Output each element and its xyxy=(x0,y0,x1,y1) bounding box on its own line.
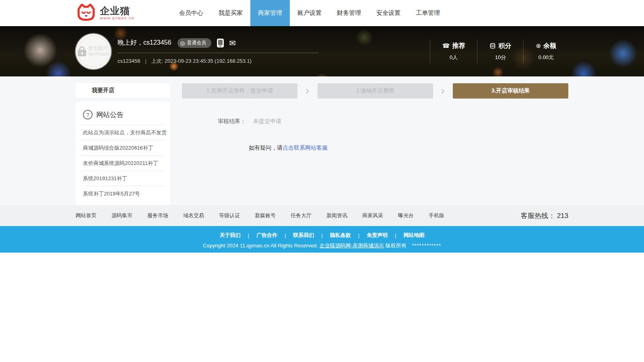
bottom-link-disclaimer[interactable]: 免责声明 xyxy=(367,232,388,239)
copyright-site-link[interactable]: 企业猫源码网-亲测商城演示 xyxy=(319,243,384,249)
copyright-suffix: 版权所有 xyxy=(384,243,407,249)
nav-item-member-center[interactable]: 会员中心 xyxy=(171,0,211,26)
copyright-text: Copyright 2024 11.qymao.cn All Rights Re… xyxy=(203,243,320,249)
step-arrow-icon: › xyxy=(305,85,310,97)
avatar-placeholder-en: No Picture xyxy=(88,51,109,57)
bottom-bar: 关于我们 | 广告合作 | 联系我们 | 隐私条款 | 免责声明 | 网站地图 … xyxy=(0,226,644,253)
coin-balance-icon: ⊕ xyxy=(536,42,541,49)
notice-item[interactable]: 友价商城系统源码20220211补丁 xyxy=(81,156,164,171)
page: 企业猫 WWW.QYMAO.CN 会员中心 我是买家 商家管理 账户设置 财务管… xyxy=(0,0,644,362)
separator: | xyxy=(321,232,322,239)
notice-card: ? 网站公告 此站点为演示站点，支付商品不发货 商城源码综合版20220616补… xyxy=(76,102,170,205)
medal-icon: ◎ xyxy=(180,40,185,46)
footer-link-domain-trade[interactable]: 域名交易 xyxy=(183,212,204,219)
user-banner: 暂无图片 No Picture 晚上好，cs123456 ◎ 普通会员 xyxy=(0,26,644,76)
notice-title: 网站公告 xyxy=(96,110,124,119)
envelope-icon: ✉ xyxy=(229,39,236,47)
service-hotline: 客服热线： 213 xyxy=(521,211,568,220)
sidebar-item-open-shop[interactable]: 我要开店 xyxy=(76,83,170,98)
member-level-label: 普通会员 xyxy=(187,39,206,46)
top-navbar: 企业猫 WWW.QYMAO.CN 会员中心 我是买家 商家管理 账户设置 财务管… xyxy=(0,0,644,26)
help-text: 如有疑问，请 xyxy=(249,144,283,151)
referral-phone-icon: ☎ xyxy=(442,42,450,49)
stat-points-value: 10分 xyxy=(489,54,511,61)
nav-item-buyer[interactable]: 我是买家 xyxy=(211,0,250,26)
footer-link-service-market[interactable]: 服务市场 xyxy=(147,212,168,219)
lock-icon xyxy=(78,46,86,56)
mobile-icon xyxy=(217,39,224,47)
stat-referrals-label: 推荐 xyxy=(452,42,465,50)
notice-item[interactable]: 此站点为演示站点，支付商品不发货 xyxy=(81,125,164,140)
step-1-submit-application: 1.完善开店资料，提交申请 xyxy=(182,83,297,99)
coins-icon xyxy=(489,43,496,49)
greeting-text: 晚上好，cs123456 xyxy=(118,39,171,47)
nav-item-account-settings[interactable]: 账户设置 xyxy=(290,0,329,26)
logo-url: WWW.QYMAO.CN xyxy=(100,17,134,20)
step-2-pay-fee: 2.缴纳开店费用 xyxy=(318,83,433,99)
divider: | xyxy=(145,58,146,64)
footer-link-mobile[interactable]: 手机版 xyxy=(429,212,444,219)
last-login-text: 上次: 2023-09-23 23:45:35 (192.168.253.1) xyxy=(151,58,252,65)
mobile-bind-button[interactable] xyxy=(217,39,224,47)
bottom-link-about[interactable]: 关于我们 xyxy=(220,232,241,239)
member-level-badge[interactable]: ◎ 普通会员 xyxy=(178,38,211,48)
stat-balance[interactable]: ⊕ 余额 0.00元 xyxy=(523,39,568,64)
separator: | xyxy=(248,232,249,239)
review-result-value: 未提交申请 xyxy=(253,118,281,124)
avatar[interactable]: 暂无图片 No Picture xyxy=(76,34,111,69)
footer-link-level-cert[interactable]: 等级认证 xyxy=(219,212,240,219)
logo-title: 企业猫 xyxy=(100,6,134,16)
avatar-placeholder-zh: 暂无图片 xyxy=(88,45,109,51)
footer-link-news[interactable]: 新闻资讯 xyxy=(326,212,347,219)
step-3-review-result-active[interactable]: 3.开店审核结果 xyxy=(453,83,568,99)
separator: | xyxy=(358,232,359,239)
separator: | xyxy=(285,232,286,239)
footer-link-home[interactable]: 网站首页 xyxy=(76,212,97,219)
footer-link-strip: 网站首页 源码集市 服务市场 域名交易 等级认证 新媒账号 任务大厅 新闻资讯 … xyxy=(0,205,644,226)
username-text: cs123456 xyxy=(118,58,140,64)
bottom-link-sitemap[interactable]: 网站地图 xyxy=(403,232,424,239)
bottom-link-contact[interactable]: 联系我们 xyxy=(293,232,314,239)
notice-item[interactable]: 系统补丁2019年5月27号 xyxy=(81,186,164,201)
footer-link-exposure[interactable]: 曝光台 xyxy=(398,212,414,219)
stat-points[interactable]: 积分 10分 xyxy=(477,39,523,64)
step-arrow-icon: › xyxy=(440,85,445,97)
help-row: 如有疑问，请点击联系网站客服 xyxy=(182,144,568,152)
footer-link-new-media[interactable]: 新媒账号 xyxy=(255,212,276,219)
stat-referrals[interactable]: ☎ 推荐 0人 xyxy=(430,39,477,64)
site-logo[interactable]: 企业猫 WWW.QYMAO.CN xyxy=(76,3,134,24)
sidebar-menu: 我要开店 xyxy=(76,83,170,98)
footer-links: 网站首页 源码集市 服务市场 域名交易 等级认证 新媒账号 任务大厅 新闻资讯 … xyxy=(76,212,444,219)
main-nav: 会员中心 我是买家 商家管理 账户设置 财务管理 安全设置 工单管理 xyxy=(171,0,448,26)
footer-link-merchant-style[interactable]: 商家风采 xyxy=(362,212,383,219)
bottom-link-ads[interactable]: 广告合作 xyxy=(256,232,277,239)
sidebar: 我要开店 ? 网站公告 此站点为演示站点，支付商品不发货 商城源码综合版2022… xyxy=(76,83,170,205)
copyright-line: Copyright 2024 11.qymao.cn All Rights Re… xyxy=(0,242,644,249)
open-shop-steps: 1.完善开店资料，提交申请 › 2.缴纳开店费用 › 3.开店审核结果 xyxy=(182,83,568,99)
copyright-stars: ************ xyxy=(412,243,441,249)
separator: | xyxy=(395,232,396,239)
nav-item-merchant-active[interactable]: 商家管理 xyxy=(250,0,290,26)
question-bubble-icon: ? xyxy=(83,110,93,119)
email-bind-button[interactable]: ✉ xyxy=(229,39,236,47)
bottom-bar-links: 关于我们 | 广告合作 | 联系我们 | 隐私条款 | 免责声明 | 网站地图 xyxy=(0,232,644,239)
stat-points-label: 积分 xyxy=(498,42,511,50)
nav-item-security[interactable]: 安全设置 xyxy=(369,0,408,26)
cat-logo-icon xyxy=(76,3,97,24)
footer-link-source-market[interactable]: 源码集市 xyxy=(111,212,132,219)
bottom-link-privacy[interactable]: 隐私条款 xyxy=(330,232,351,239)
notice-item[interactable]: 商城源码综合版20220616补丁 xyxy=(81,140,164,156)
main-area: 我要开店 ? 网站公告 此站点为演示站点，支付商品不发货 商城源码综合版2022… xyxy=(0,76,644,205)
user-stats: ☎ 推荐 0人 积分 xyxy=(430,39,568,64)
notice-list: 此站点为演示站点，支付商品不发货 商城源码综合版20220616补丁 友价商城系… xyxy=(81,125,164,201)
stat-balance-label: 余额 xyxy=(543,42,556,50)
footer-link-task-hall[interactable]: 任务大厅 xyxy=(291,212,312,219)
nav-item-work-order[interactable]: 工单管理 xyxy=(408,0,448,26)
nav-item-finance[interactable]: 财务管理 xyxy=(329,0,369,26)
review-result-row: 审核结果： 未提交申请 xyxy=(182,118,568,125)
notice-item[interactable]: 系统20191231补丁 xyxy=(81,171,164,186)
review-result-label: 审核结果： xyxy=(218,118,246,124)
content-panel: 1.完善开店资料，提交申请 › 2.缴纳开店费用 › 3.开店审核结果 审核结果… xyxy=(182,83,568,152)
stat-balance-value: 0.00元 xyxy=(536,54,556,61)
contact-support-link[interactable]: 点击联系网站客服 xyxy=(283,144,328,151)
